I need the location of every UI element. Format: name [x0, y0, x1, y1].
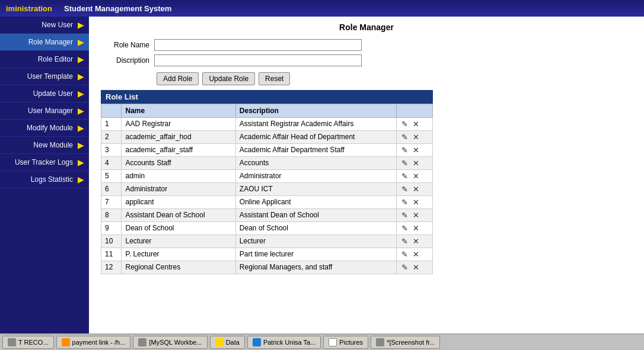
delete-icon[interactable]: ✕: [412, 185, 420, 194]
row-num: 5: [101, 170, 122, 183]
taskbar-item-pictures[interactable]: Pictures: [323, 336, 368, 349]
row-actions: ✎ ✕: [397, 144, 433, 157]
edit-icon[interactable]: ✎: [400, 224, 409, 233]
row-description: Assistant Registrar Academic Affairs: [235, 118, 396, 131]
edit-icon[interactable]: ✎: [400, 211, 409, 220]
taskbar-label: *[Screenshot fr...: [387, 339, 435, 346]
row-num: 11: [101, 248, 122, 261]
col-num: [101, 104, 122, 118]
row-description: Assistant Dean of School: [235, 209, 396, 222]
row-num: 10: [101, 235, 122, 248]
delete-icon[interactable]: ✕: [412, 250, 420, 259]
sidebar-item-role-editor[interactable]: Role Editor▶: [0, 51, 89, 68]
taskbar-item-data[interactable]: Data: [210, 336, 245, 349]
update-role-button[interactable]: Update Role: [202, 72, 255, 85]
row-actions: ✎ ✕: [397, 183, 433, 196]
taskbar-label: T RECO...: [18, 339, 49, 346]
role-table: Name Description 1 AAD Registrar Assista…: [101, 104, 433, 274]
row-description: ZAOU ICT: [235, 183, 396, 196]
taskbar-dot: [376, 338, 384, 346]
taskbar-item-mysql-workbe[interactable]: [MySQL Workbe...: [133, 336, 207, 349]
row-description: Lecturer: [235, 235, 396, 248]
row-num: 4: [101, 157, 122, 170]
col-actions: [397, 104, 433, 118]
sidebar-item-new-user[interactable]: New User▶: [0, 17, 89, 34]
row-num: 3: [101, 144, 122, 157]
row-name: P. Lecturer: [122, 248, 235, 261]
description-row: Discription: [101, 54, 632, 66]
taskbar-item-payment-link[interactable]: payment link - /h...: [56, 336, 131, 349]
row-num: 12: [101, 261, 122, 274]
sidebar-item-label: Role Manager: [7, 38, 75, 46]
edit-icon[interactable]: ✎: [400, 133, 409, 142]
admin-label: iministration: [6, 4, 52, 13]
row-name: Dean of School: [122, 222, 235, 235]
row-name: applicant: [122, 196, 235, 209]
taskbar-item-screenshot[interactable]: *[Screenshot fr...: [371, 336, 440, 349]
delete-icon[interactable]: ✕: [412, 224, 420, 233]
edit-icon[interactable]: ✎: [400, 198, 409, 207]
main-layout: New User▶Role Manager▶Role Editor▶User T…: [0, 17, 644, 333]
col-description: Description: [235, 104, 396, 118]
sidebar-item-user-template[interactable]: User Template▶: [0, 68, 89, 85]
role-name-input[interactable]: [154, 39, 362, 51]
edit-icon[interactable]: ✎: [400, 263, 409, 272]
description-input[interactable]: [154, 54, 362, 66]
reset-button[interactable]: Reset: [259, 72, 290, 85]
taskbar-item-patrick-unisa[interactable]: Patrick Unisa Ta...: [247, 336, 321, 349]
row-description: Accounts: [235, 157, 396, 170]
sidebar-item-user-manager[interactable]: User Manager▶: [0, 102, 89, 120]
delete-icon[interactable]: ✕: [412, 198, 420, 207]
row-name: Lecturer: [122, 235, 235, 248]
delete-icon[interactable]: ✕: [412, 146, 420, 155]
row-actions: ✎ ✕: [397, 261, 433, 274]
edit-icon[interactable]: ✎: [400, 185, 409, 194]
sidebar-item-label: Update User: [7, 89, 75, 98]
row-actions: ✎ ✕: [397, 248, 433, 261]
delete-icon[interactable]: ✕: [412, 263, 420, 272]
taskbar-dot: [329, 338, 337, 346]
sidebar-arrow-icon: ▶: [78, 54, 84, 64]
taskbar-item-t-reco[interactable]: T RECO...: [2, 336, 54, 349]
delete-icon[interactable]: ✕: [412, 237, 420, 246]
row-actions: ✎ ✕: [397, 196, 433, 209]
delete-icon[interactable]: ✕: [412, 211, 420, 220]
row-actions: ✎ ✕: [397, 235, 433, 248]
sidebar-arrow-icon: ▶: [78, 175, 84, 184]
sidebar-item-modify-module[interactable]: Modify Module▶: [0, 120, 89, 137]
taskbar-dot: [8, 338, 16, 346]
row-name: AAD Registrar: [122, 118, 235, 131]
edit-icon[interactable]: ✎: [400, 120, 409, 129]
button-row: Add Role Update Role Reset: [157, 72, 632, 85]
row-name: admin: [122, 170, 235, 183]
row-name: Regional Centres: [122, 261, 235, 274]
delete-icon[interactable]: ✕: [412, 172, 420, 181]
sidebar-item-user-tracker-logs[interactable]: User Tracker Logs▶: [0, 154, 89, 171]
row-description: Online Applicant: [235, 196, 396, 209]
delete-icon[interactable]: ✕: [412, 159, 420, 168]
edit-icon[interactable]: ✎: [400, 159, 409, 168]
row-num: 8: [101, 209, 122, 222]
delete-icon[interactable]: ✕: [412, 133, 420, 142]
sidebar-item-role-manager[interactable]: Role Manager▶: [0, 34, 89, 51]
row-num: 1: [101, 118, 122, 131]
row-actions: ✎ ✕: [397, 118, 433, 131]
edit-icon[interactable]: ✎: [400, 237, 409, 246]
system-label: Student Management System: [64, 4, 171, 13]
role-list-header: Role List: [101, 90, 433, 104]
edit-icon[interactable]: ✎: [400, 146, 409, 155]
edit-icon[interactable]: ✎: [400, 250, 409, 259]
sidebar-item-update-user[interactable]: Update User▶: [0, 85, 89, 102]
add-role-button[interactable]: Add Role: [157, 72, 199, 85]
sidebar-item-logs-statistic[interactable]: Logs Statistic▶: [0, 171, 89, 188]
table-row: 7 applicant Online Applicant ✎ ✕: [101, 196, 433, 209]
row-num: 2: [101, 131, 122, 144]
edit-icon[interactable]: ✎: [400, 172, 409, 181]
sidebar-item-label: New User: [7, 21, 75, 29]
delete-icon[interactable]: ✕: [412, 120, 420, 129]
row-actions: ✎ ✕: [397, 131, 433, 144]
taskbar-label: Pictures: [339, 339, 363, 346]
taskbar-label: Data: [226, 339, 240, 346]
sidebar-item-new-module[interactable]: New Module▶: [0, 137, 89, 154]
table-row: 4 Accounts Staff Accounts ✎ ✕: [101, 157, 433, 170]
